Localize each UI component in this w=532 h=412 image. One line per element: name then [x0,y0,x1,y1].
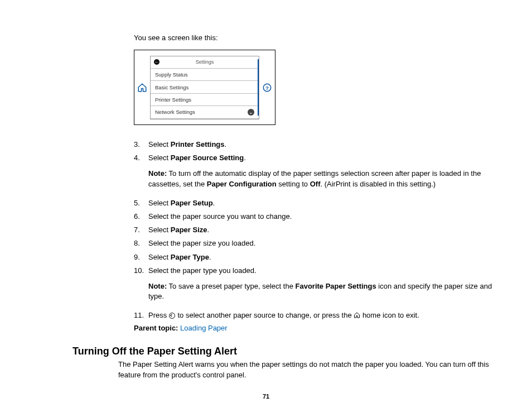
page-number: 71 [0,393,532,400]
section-heading: Turning Off the Paper Setting Alert [72,346,499,357]
note-step-4: Note: To turn off the automatic display … [148,169,499,189]
step-8: 8. Select the paper size you loaded. [134,238,499,248]
step-10: 10. Select the paper type you loaded. No… [134,266,499,308]
note-step-10: Note: To save a preset paper type, selec… [148,281,499,301]
step-11: 11. Press to select another paper source… [134,310,499,320]
home-icon [134,83,150,93]
step-list: 3. Select Printer Settings. 4. Select Pa… [134,140,499,320]
intro-text: You see a screen like this: [134,33,499,42]
content-block: You see a screen like this: ← Settings S… [134,33,499,332]
step-6: 6. Select the paper source you want to c… [134,212,499,222]
back-arrow-icon [169,313,176,319]
step-7: 7. Select Paper Size. [134,225,499,235]
scrollbar [258,59,259,116]
manual-page: You see a screen like this: ← Settings S… [0,0,532,412]
screen-list: ← Settings Supply Status Basic Settings … [150,56,259,119]
section-body: The Paper Setting Alert warns you when t… [118,360,499,380]
menu-item-network-settings: Network Settings ⌄ [151,106,259,118]
help-icon: ? [259,83,275,93]
svg-text:?: ? [265,84,269,90]
parent-topic: Parent topic: Loading Paper [134,324,499,332]
step-5: 5. Select Paper Setup. [134,198,499,208]
screen-title: Settings [196,59,214,65]
step-4: 4. Select Paper Source Setting. Note: To… [134,153,499,195]
home-inline-icon [354,312,360,318]
screen-header: ← Settings [151,56,259,69]
back-icon: ← [154,59,159,65]
scroll-down-icon: ⌄ [248,109,254,116]
menu-item-supply-status: Supply Status [151,69,259,81]
step-9: 9. Select Paper Type. [134,252,499,262]
menu-item-printer-settings: Printer Settings [151,94,259,106]
parent-topic-link[interactable]: Loading Paper [180,324,228,332]
printer-screen-figure: ← Settings Supply Status Basic Settings … [134,50,275,125]
menu-item-basic-settings: Basic Settings [151,81,259,93]
step-3: 3. Select Printer Settings. [134,140,499,150]
